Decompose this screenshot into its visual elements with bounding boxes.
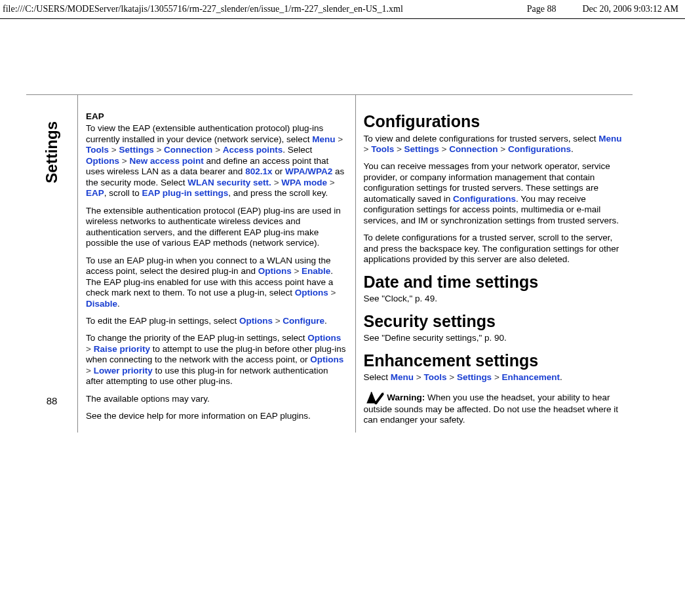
text: , scroll to [104,188,142,198]
wpa-link: WPA/WPA2 [285,166,332,176]
options-link: Options [86,156,119,166]
eap-link: EAP [86,188,104,198]
enhancement-select-paragraph: Select Menu > Tools > Settings > Enhance… [364,372,625,383]
connection-link: Connection [449,144,498,154]
options-link: Options [295,288,328,298]
sep: > [330,178,335,187]
sep: > [86,366,91,375]
text: . Select [283,145,312,155]
sep: > [449,372,454,382]
enhancement-heading: Enhancement settings [364,351,625,371]
warning-label: Warning: [387,393,427,402]
options-vary-paragraph: The available options may vary. [86,394,347,404]
configurations-link: Configurations [453,194,516,204]
8021x-link: 802.1x [245,166,272,176]
sep: > [122,156,127,166]
content-columns: EAP To view the EAP (extensible authenti… [77,94,633,433]
sep: > [397,144,402,154]
configurations-receive-paragraph: You can receive messages from your netwo… [364,161,625,226]
settings-link: Settings [457,372,492,382]
warning-icon [364,390,385,404]
sep: > [338,134,343,144]
text: To change the priority of the EAP plug-i… [86,333,307,343]
sep: > [274,178,279,187]
sep: > [494,372,499,382]
settings-link: Settings [119,145,153,155]
configure-link: Configure [283,316,324,326]
sep: > [416,372,421,382]
see-help-paragraph: See the device help for more information… [86,411,347,421]
settings-link: Settings [404,144,439,154]
left-margin: Settings 88 [26,94,77,433]
options-link: Options [258,266,292,276]
sep: > [364,144,369,154]
page-body: Settings 88 EAP To view the EAP (extensi… [26,94,633,433]
text: To edit the EAP plug-in settings, select [86,316,239,326]
disable-link: Disable [86,299,117,309]
enable-link: Enable [302,266,330,276]
menu-link: Menu [312,134,335,144]
sep: > [330,288,336,298]
page-number: 88 [47,395,58,406]
sep: > [500,144,505,154]
text: To view and delete configurations for tr… [364,134,599,144]
text: . [560,372,562,382]
options-link: Options [310,355,343,364]
tools-link: Tools [423,372,446,382]
configurations-heading: Configurations [364,111,625,132]
security-sub: See "Define security settings," p. 90. [364,333,625,343]
text: To view the EAP (extensible authenticati… [86,123,323,144]
connection-link: Connection [164,145,212,155]
sep: > [86,344,91,354]
column-left: EAP To view the EAP (extensible authenti… [77,94,355,433]
eap-use-paragraph: To use an EAP plug-in when you connect t… [86,256,347,309]
sep: > [111,145,117,155]
eap-intro-paragraph: To view the EAP (extensible authenticati… [86,123,347,199]
new-access-point-link: New access point [129,156,203,166]
sep: > [294,266,299,276]
sep: > [156,145,161,155]
options-link: Options [307,333,341,343]
tools-link: Tools [371,144,394,154]
timestamp: Dec 20, 2006 9:03:12 AM [582,4,678,14]
menu-link: Menu [598,134,621,144]
options-link: Options [239,316,273,326]
lower-priority-link: Lower priority [94,366,153,375]
sep: > [442,144,447,154]
menu-link: Menu [391,372,414,382]
access-points-link: Access points [223,145,283,155]
wpa-mode-link: WPA mode [281,178,327,187]
file-path: file:///C:/USERS/MODEServer/lkatajis/130… [3,4,403,14]
eap-edit-paragraph: To edit the EAP plug-in settings, select… [86,316,347,326]
text: . [324,316,327,326]
page-indicator: Page 88 [527,4,557,14]
side-section-title: Settings [43,121,61,183]
configurations-delete-paragraph: To delete configurations for a trusted s… [364,233,625,265]
text: Select [364,372,391,382]
text: . [117,299,120,309]
configurations-link: Configurations [508,144,571,154]
column-right: Configurations To view and delete config… [355,94,633,433]
warning-paragraph: Warning: When you use the headset, your … [364,390,625,426]
tools-link: Tools [86,145,109,155]
sep: > [215,145,220,155]
sep: > [275,316,281,326]
date-time-heading: Date and time settings [364,272,625,292]
text: . [571,144,574,154]
eap-priority-paragraph: To change the priority of the EAP plug-i… [86,333,347,387]
raise-priority-link: Raise priority [94,344,150,354]
document-header: file:///C:/USERS/MODEServer/lkatajis/130… [0,0,685,19]
eap-explain-paragraph: The extensible authentication protocol (… [86,206,347,249]
configurations-intro-paragraph: To view and delete configurations for tr… [364,134,625,155]
eap-heading: EAP [86,111,347,122]
eap-plugin-settings-link: EAP plug-in settings [142,188,229,198]
enhancement-link: Enhancement [502,372,560,382]
security-heading: Security settings [364,311,625,332]
wlan-security-link: WLAN security sett. [187,178,271,187]
text: or [272,166,285,176]
date-time-sub: See "Clock," p. 49. [364,294,625,304]
text: , and press the scroll key. [228,188,328,198]
